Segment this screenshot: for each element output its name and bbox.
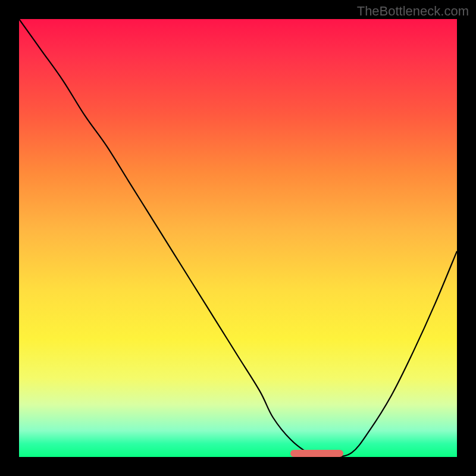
plot-area (19, 19, 457, 457)
curve-path (19, 19, 457, 457)
watermark-text: TheBottleneck.com (357, 4, 469, 19)
bottleneck-curve (19, 19, 457, 457)
optimal-range-marker (290, 450, 343, 457)
